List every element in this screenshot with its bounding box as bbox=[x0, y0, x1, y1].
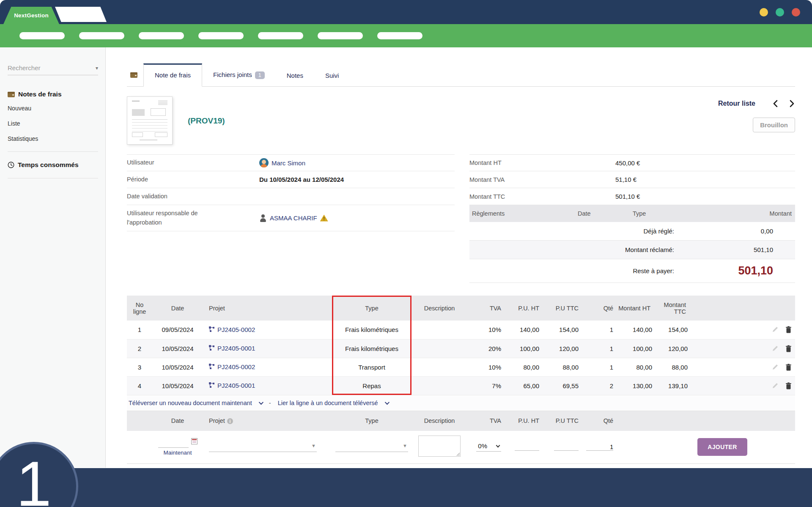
document-thumbnail[interactable] bbox=[127, 96, 173, 145]
project-link[interactable]: PJ2405-0001 bbox=[209, 382, 255, 389]
amount-value: 501,10 € bbox=[615, 193, 795, 200]
project-icon bbox=[209, 326, 215, 332]
summary-value: 501,10 bbox=[674, 246, 795, 253]
link-line-to-document-link[interactable]: Lier la ligne à un document téléversé bbox=[278, 400, 378, 406]
amount-value: 450,00 € bbox=[615, 159, 795, 167]
menu-pill[interactable] bbox=[198, 32, 244, 39]
search-input[interactable] bbox=[8, 64, 96, 71]
tab-note-de-frais[interactable]: Note de frais bbox=[143, 63, 202, 87]
menu-pill[interactable] bbox=[258, 32, 303, 39]
type-select[interactable]: ▼ bbox=[335, 442, 408, 452]
user-avatar bbox=[259, 158, 269, 167]
line-description bbox=[411, 358, 467, 376]
amount-row-ttc: Montant TTC 501,10 € bbox=[469, 188, 795, 205]
qty-input[interactable] bbox=[586, 444, 613, 451]
payments-header-cell: Règlements bbox=[472, 210, 578, 217]
col-header-montant-ht: Montant HT bbox=[613, 296, 652, 321]
menu-pill[interactable] bbox=[79, 32, 124, 39]
sidebar-section-temps-consommes[interactable]: Temps consommés bbox=[8, 161, 105, 169]
record-pager bbox=[772, 100, 795, 107]
secondary-tab[interactable] bbox=[55, 7, 107, 22]
col-header-actions bbox=[757, 296, 795, 321]
yellow-dot[interactable] bbox=[760, 8, 768, 16]
menu-pill[interactable] bbox=[377, 32, 422, 39]
property-label: Utilisateur responsable de l'approbation bbox=[127, 206, 211, 229]
menu-pill[interactable] bbox=[139, 32, 184, 39]
project-icon bbox=[209, 345, 215, 351]
line-montant-ht: 140,00 bbox=[613, 321, 652, 339]
calendar-icon[interactable] bbox=[191, 438, 198, 444]
red-dot[interactable] bbox=[792, 8, 800, 16]
project-link[interactable]: PJ2405-0002 bbox=[209, 326, 255, 333]
menu-pill[interactable] bbox=[19, 32, 65, 39]
line-type: Repas bbox=[332, 376, 411, 395]
expense-line-row: 2 10/05/2024 PJ2405-0001 Frais kilométri… bbox=[127, 339, 795, 358]
chevron-down-icon[interactable] bbox=[384, 400, 389, 404]
amount-label: Montant HT bbox=[469, 159, 615, 166]
project-select[interactable]: ▼ bbox=[209, 442, 317, 452]
line-description bbox=[411, 321, 467, 339]
expense-lines-table: No ligne Date Projet Type Description TV… bbox=[127, 296, 795, 464]
delete-icon[interactable] bbox=[785, 364, 792, 371]
date-input[interactable] bbox=[158, 441, 189, 448]
window-dots bbox=[760, 8, 800, 16]
property-row-user: Utilisateur Marc Simon bbox=[127, 154, 455, 171]
property-label: Date validation bbox=[127, 189, 259, 203]
project-icon bbox=[209, 382, 215, 388]
maintenant-link[interactable]: Maintenant bbox=[164, 449, 192, 456]
main-content: Note de frais Fichiers joints1 Notes Sui… bbox=[106, 47, 812, 468]
menu-pill[interactable] bbox=[318, 32, 363, 39]
delete-icon[interactable] bbox=[785, 382, 792, 389]
line-pu-ht: 100,00 bbox=[501, 339, 539, 358]
sidebar-item-liste[interactable]: Liste bbox=[8, 120, 105, 127]
thumbnail-preview bbox=[132, 101, 167, 140]
description-textarea[interactable] bbox=[418, 436, 461, 457]
delete-icon[interactable] bbox=[785, 345, 792, 352]
tabs-row: Note de frais Fichiers joints1 Notes Sui… bbox=[127, 63, 795, 87]
project-link[interactable]: PJ2405-0002 bbox=[209, 363, 255, 370]
sidebar-item-nouveau[interactable]: Nouveau bbox=[8, 105, 105, 112]
chevron-right-icon[interactable] bbox=[789, 100, 795, 107]
line-montant-ht: 80,00 bbox=[613, 358, 652, 376]
form-input-row: Maintenant ▼ ▼ 0% AJOUTER bbox=[127, 431, 795, 464]
pu-ht-input[interactable] bbox=[515, 444, 539, 451]
expense-line-row: 3 10/05/2024 PJ2405-0002 Transport 10% 8… bbox=[127, 358, 795, 376]
divider bbox=[8, 178, 98, 178]
user-link[interactable]: Marc Simon bbox=[272, 159, 305, 167]
payments-header-cell: Date bbox=[578, 210, 633, 217]
tab-suivi[interactable]: Suivi bbox=[314, 64, 350, 87]
line-date: 09/05/2024 bbox=[152, 321, 203, 339]
col-header-date: Date bbox=[152, 296, 203, 321]
tab-notes[interactable]: Notes bbox=[276, 64, 314, 87]
payments-header: Règlements Date Type Montant bbox=[469, 205, 795, 222]
approver-link[interactable]: ASMAA CHARIF bbox=[270, 214, 317, 222]
period-value: Du 10/05/2024 au 12/05/2024 bbox=[259, 176, 455, 183]
footer-bar bbox=[0, 468, 812, 507]
upload-document-link[interactable]: Téléverser un nouveau document maintenan… bbox=[129, 400, 252, 406]
chevron-down-icon[interactable] bbox=[259, 400, 263, 404]
search-dropdown-icon[interactable]: ▾ bbox=[96, 65, 98, 71]
add-line-button[interactable]: AJOUTER bbox=[697, 438, 747, 456]
tab-fichiers-joints[interactable]: Fichiers joints1 bbox=[202, 63, 276, 87]
col-header-tva: TVA bbox=[467, 296, 501, 321]
teal-dot[interactable] bbox=[776, 8, 784, 16]
delete-icon[interactable] bbox=[785, 326, 792, 333]
tva-select[interactable]: 0% bbox=[476, 442, 501, 452]
pu-ttc-input[interactable] bbox=[554, 444, 579, 451]
line-qte: 2 bbox=[579, 376, 613, 395]
brand-tab[interactable]: NextGestion bbox=[3, 7, 59, 24]
amount-value: 51,10 € bbox=[615, 176, 795, 183]
project-link[interactable]: PJ2405-0001 bbox=[209, 345, 255, 352]
line-no: 1 bbox=[127, 321, 152, 339]
edit-icon[interactable] bbox=[772, 326, 779, 333]
form-col-description: Description bbox=[411, 411, 467, 431]
edit-icon[interactable] bbox=[772, 364, 779, 370]
edit-icon[interactable] bbox=[772, 345, 779, 352]
document-ref: (PROV19) bbox=[188, 116, 225, 145]
sidebar-section-notes-de-frais[interactable]: Notes de frais bbox=[8, 90, 105, 98]
chevron-left-icon[interactable] bbox=[772, 100, 778, 107]
form-header-row: Date Projeti Type Description TVA P.U. H… bbox=[127, 411, 795, 431]
sidebar-item-statistiques[interactable]: Statistiques bbox=[8, 135, 105, 142]
back-to-list-link[interactable]: Retour liste bbox=[718, 100, 755, 107]
edit-icon[interactable] bbox=[772, 382, 779, 389]
